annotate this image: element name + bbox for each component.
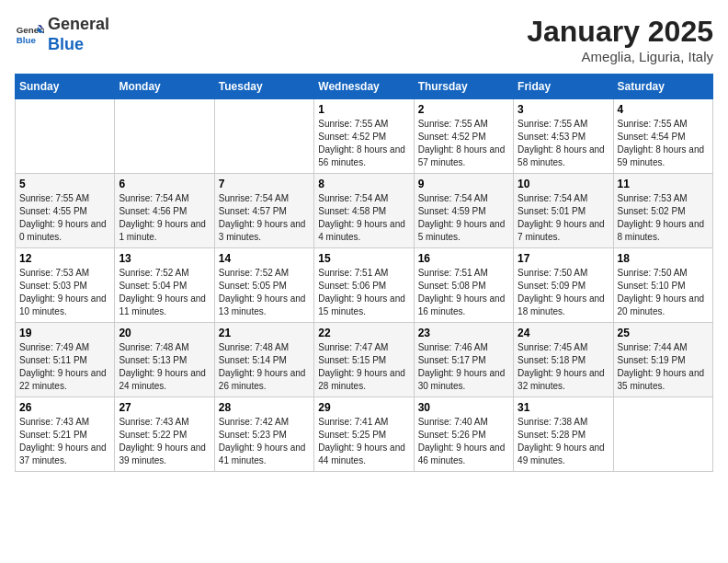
day-cell: 7Sunrise: 7:54 AM Sunset: 4:57 PM Daylig… [214, 174, 313, 248]
page-header: General Blue General Blue January 2025 A… [15, 15, 713, 64]
day-cell [214, 99, 313, 174]
day-number: 19 [19, 327, 110, 339]
day-number: 1 [318, 103, 409, 116]
day-info: Sunrise: 7:49 AM Sunset: 5:11 PM Dayligh… [19, 341, 110, 393]
day-number: 20 [119, 327, 210, 339]
day-info: Sunrise: 7:54 AM Sunset: 4:57 PM Dayligh… [219, 192, 310, 244]
day-header-sunday: Sunday [16, 75, 115, 99]
day-cell: 18Sunrise: 7:50 AM Sunset: 5:10 PM Dayli… [613, 248, 712, 323]
day-info: Sunrise: 7:43 AM Sunset: 5:21 PM Dayligh… [19, 416, 110, 467]
day-info: Sunrise: 7:47 AM Sunset: 5:15 PM Dayligh… [318, 341, 409, 393]
day-cell: 30Sunrise: 7:40 AM Sunset: 5:26 PM Dayli… [414, 397, 513, 472]
day-number: 31 [518, 401, 609, 414]
day-cell: 1Sunrise: 7:55 AM Sunset: 4:52 PM Daylig… [314, 99, 414, 174]
day-number: 8 [318, 178, 409, 190]
day-number: 15 [318, 252, 409, 265]
logo-blue-text: Blue [48, 35, 84, 53]
day-info: Sunrise: 7:38 AM Sunset: 5:28 PM Dayligh… [518, 416, 609, 467]
day-number: 24 [518, 327, 609, 339]
day-info: Sunrise: 7:55 AM Sunset: 4:52 PM Dayligh… [418, 118, 509, 169]
day-header-saturday: Saturday [613, 75, 712, 99]
day-info: Sunrise: 7:55 AM Sunset: 4:54 PM Dayligh… [618, 118, 709, 169]
calendar-title: January 2025 [527, 15, 713, 49]
day-number: 22 [318, 327, 409, 339]
day-info: Sunrise: 7:55 AM Sunset: 4:52 PM Dayligh… [318, 118, 409, 169]
day-number: 4 [618, 103, 709, 116]
day-number: 9 [418, 178, 509, 190]
day-cell: 3Sunrise: 7:55 AM Sunset: 4:53 PM Daylig… [514, 99, 613, 174]
day-cell [613, 397, 712, 472]
day-number: 12 [19, 252, 110, 265]
day-cell: 29Sunrise: 7:41 AM Sunset: 5:25 PM Dayli… [314, 397, 414, 472]
day-cell: 13Sunrise: 7:52 AM Sunset: 5:04 PM Dayli… [115, 248, 214, 323]
logo: General Blue General Blue [15, 15, 109, 54]
day-info: Sunrise: 7:46 AM Sunset: 5:17 PM Dayligh… [418, 341, 509, 393]
day-info: Sunrise: 7:55 AM Sunset: 4:55 PM Dayligh… [19, 192, 110, 244]
week-row-5: 26Sunrise: 7:43 AM Sunset: 5:21 PM Dayli… [16, 397, 713, 472]
day-number: 3 [518, 103, 609, 116]
day-info: Sunrise: 7:40 AM Sunset: 5:26 PM Dayligh… [418, 416, 509, 467]
day-info: Sunrise: 7:52 AM Sunset: 5:05 PM Dayligh… [219, 267, 310, 318]
day-number: 17 [518, 252, 609, 265]
day-header-monday: Monday [115, 75, 214, 99]
day-number: 7 [219, 178, 310, 190]
day-info: Sunrise: 7:54 AM Sunset: 4:56 PM Dayligh… [119, 192, 210, 244]
day-number: 16 [418, 252, 509, 265]
day-number: 10 [518, 178, 609, 190]
day-number: 28 [219, 401, 310, 414]
day-info: Sunrise: 7:53 AM Sunset: 5:02 PM Dayligh… [618, 192, 709, 244]
day-cell: 22Sunrise: 7:47 AM Sunset: 5:15 PM Dayli… [314, 323, 414, 397]
day-cell: 8Sunrise: 7:54 AM Sunset: 4:58 PM Daylig… [314, 174, 414, 248]
week-row-3: 12Sunrise: 7:53 AM Sunset: 5:03 PM Dayli… [16, 248, 713, 323]
day-number: 18 [618, 252, 709, 265]
days-header-row: SundayMondayTuesdayWednesdayThursdayFrid… [16, 75, 713, 99]
day-cell: 9Sunrise: 7:54 AM Sunset: 4:59 PM Daylig… [414, 174, 513, 248]
day-info: Sunrise: 7:43 AM Sunset: 5:22 PM Dayligh… [119, 416, 210, 467]
day-info: Sunrise: 7:55 AM Sunset: 4:53 PM Dayligh… [518, 118, 609, 169]
day-cell: 28Sunrise: 7:42 AM Sunset: 5:23 PM Dayli… [214, 397, 313, 472]
day-cell: 12Sunrise: 7:53 AM Sunset: 5:03 PM Dayli… [16, 248, 115, 323]
day-cell: 10Sunrise: 7:54 AM Sunset: 5:01 PM Dayli… [514, 174, 613, 248]
day-cell: 24Sunrise: 7:45 AM Sunset: 5:18 PM Dayli… [514, 323, 613, 397]
day-cell: 17Sunrise: 7:50 AM Sunset: 5:09 PM Dayli… [514, 248, 613, 323]
day-info: Sunrise: 7:44 AM Sunset: 5:19 PM Dayligh… [618, 341, 709, 393]
day-cell [16, 99, 115, 174]
day-info: Sunrise: 7:54 AM Sunset: 4:58 PM Dayligh… [318, 192, 409, 244]
day-info: Sunrise: 7:50 AM Sunset: 5:09 PM Dayligh… [518, 267, 609, 318]
day-cell: 31Sunrise: 7:38 AM Sunset: 5:28 PM Dayli… [514, 397, 613, 472]
day-number: 2 [418, 103, 509, 116]
day-cell: 19Sunrise: 7:49 AM Sunset: 5:11 PM Dayli… [16, 323, 115, 397]
day-number: 27 [119, 401, 210, 414]
day-number: 5 [19, 178, 110, 190]
day-cell: 15Sunrise: 7:51 AM Sunset: 5:06 PM Dayli… [314, 248, 414, 323]
week-row-1: 1Sunrise: 7:55 AM Sunset: 4:52 PM Daylig… [16, 99, 713, 174]
day-cell: 2Sunrise: 7:55 AM Sunset: 4:52 PM Daylig… [414, 99, 513, 174]
day-cell: 16Sunrise: 7:51 AM Sunset: 5:08 PM Dayli… [414, 248, 513, 323]
day-header-tuesday: Tuesday [214, 75, 313, 99]
week-row-2: 5Sunrise: 7:55 AM Sunset: 4:55 PM Daylig… [16, 174, 713, 248]
day-info: Sunrise: 7:54 AM Sunset: 4:59 PM Dayligh… [418, 192, 509, 244]
day-number: 26 [19, 401, 110, 414]
day-number: 13 [119, 252, 210, 265]
day-cell [115, 99, 214, 174]
day-info: Sunrise: 7:50 AM Sunset: 5:10 PM Dayligh… [618, 267, 709, 318]
day-info: Sunrise: 7:48 AM Sunset: 5:14 PM Dayligh… [219, 341, 310, 393]
day-number: 21 [219, 327, 310, 339]
day-number: 23 [418, 327, 509, 339]
day-cell: 25Sunrise: 7:44 AM Sunset: 5:19 PM Dayli… [613, 323, 712, 397]
day-cell: 5Sunrise: 7:55 AM Sunset: 4:55 PM Daylig… [16, 174, 115, 248]
calendar-table: SundayMondayTuesdayWednesdayThursdayFrid… [15, 74, 713, 472]
day-cell: 26Sunrise: 7:43 AM Sunset: 5:21 PM Dayli… [16, 397, 115, 472]
calendar-subtitle: Ameglia, Liguria, Italy [527, 49, 713, 64]
day-info: Sunrise: 7:52 AM Sunset: 5:04 PM Dayligh… [119, 267, 210, 318]
day-info: Sunrise: 7:51 AM Sunset: 5:06 PM Dayligh… [318, 267, 409, 318]
day-number: 11 [618, 178, 709, 190]
day-info: Sunrise: 7:42 AM Sunset: 5:23 PM Dayligh… [219, 416, 310, 467]
day-cell: 20Sunrise: 7:48 AM Sunset: 5:13 PM Dayli… [115, 323, 214, 397]
day-number: 25 [618, 327, 709, 339]
week-row-4: 19Sunrise: 7:49 AM Sunset: 5:11 PM Dayli… [16, 323, 713, 397]
svg-text:Blue: Blue [17, 34, 37, 44]
day-info: Sunrise: 7:45 AM Sunset: 5:18 PM Dayligh… [518, 341, 609, 393]
day-cell: 23Sunrise: 7:46 AM Sunset: 5:17 PM Dayli… [414, 323, 513, 397]
day-cell: 4Sunrise: 7:55 AM Sunset: 4:54 PM Daylig… [613, 99, 712, 174]
